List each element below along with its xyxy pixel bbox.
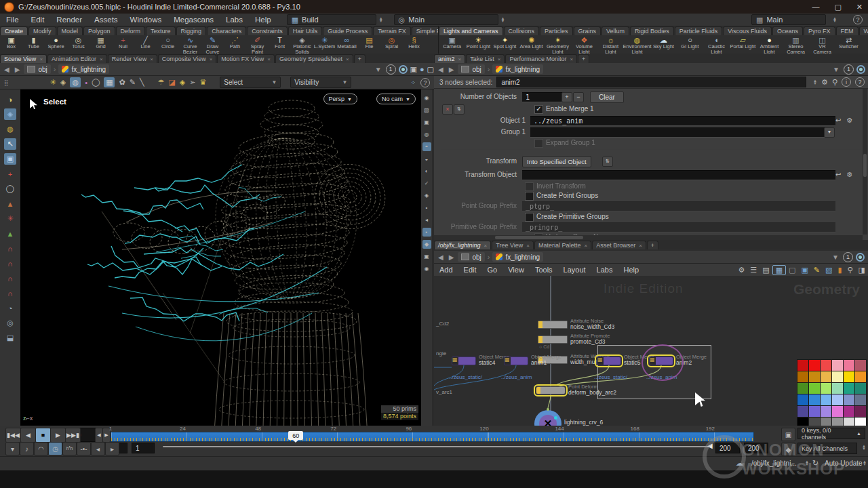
tool-spray-paint[interactable]: ✐Spray Paint xyxy=(246,35,269,54)
net-menu-add[interactable]: Add xyxy=(434,266,458,274)
menu-assets[interactable]: Assets xyxy=(88,16,124,24)
menu-megascans[interactable]: Megascans xyxy=(167,16,220,24)
transform-spinner-icon[interactable]: ⇅ xyxy=(602,157,613,167)
pane-tab-animation-editor[interactable]: Animation Editor× xyxy=(47,54,107,63)
color-palette[interactable] xyxy=(797,359,867,426)
snap-prim-icon[interactable]: ∩ xyxy=(4,272,16,284)
shelf-tab-viscous-fluids[interactable]: Viscous Fluids xyxy=(723,26,772,35)
timeline-options-icon[interactable]: ▾ xyxy=(5,442,20,455)
crown-icon[interactable]: ♛ xyxy=(199,78,206,87)
viewport-right-icon-13[interactable]: ▣ xyxy=(422,252,431,261)
param-count-badge[interactable]: 1 xyxy=(844,64,854,75)
shelf-tab-modify[interactable]: Modify xyxy=(28,26,56,35)
tool-switcher[interactable]: ⇄Switcher xyxy=(835,35,862,49)
key-all-channels-button[interactable]: Key All Channels xyxy=(797,443,857,454)
menu-windows[interactable]: Windows xyxy=(124,16,168,24)
visibility-combo[interactable]: Visibility▼ xyxy=(290,77,351,88)
palette-color-10[interactable] xyxy=(844,371,854,382)
selected-node-field[interactable]: anim2 xyxy=(496,77,806,87)
list-mode-icon[interactable]: ▤ xyxy=(760,266,772,274)
prev-key-icon[interactable]: ◂ xyxy=(91,442,105,455)
auto-update-spinner[interactable]: ▲▼ xyxy=(863,460,867,466)
palette-color-35[interactable] xyxy=(855,418,866,426)
transform-combo[interactable]: Into Specified Object xyxy=(522,156,591,167)
shelf-tab-characters[interactable]: Characters xyxy=(207,26,246,35)
tool-caustic-light[interactable]: ◖Caustic Light xyxy=(703,35,730,54)
tool-null[interactable]: +Null xyxy=(112,35,134,49)
desktop-selector[interactable]: ▦Build xyxy=(287,14,376,25)
tool-spot-light[interactable]: ✦Spot Light xyxy=(492,35,518,49)
radial-menu-icon[interactable]: ⁘ xyxy=(410,79,416,86)
palette-color-22[interactable] xyxy=(844,394,854,405)
auto-update-combo[interactable]: Auto Update xyxy=(825,460,863,467)
snapshot-icon[interactable]: ▣ xyxy=(410,65,417,74)
viewport-right-icon-7[interactable]: ✓ xyxy=(422,179,431,188)
tool-line[interactable]: ╱Line xyxy=(134,35,157,49)
viewport-right-icon-1[interactable]: ▧ xyxy=(422,106,431,115)
viewport-right-icon-2[interactable]: ▣ xyxy=(422,118,431,127)
close-tab-icon[interactable]: × xyxy=(150,56,153,62)
tool-font[interactable]: TFont xyxy=(269,35,291,49)
close-tab-icon[interactable]: × xyxy=(100,56,103,62)
shelf-tab-terrain-fx[interactable]: Terrain FX xyxy=(373,26,411,35)
palette-color-26[interactable] xyxy=(821,406,831,417)
tool-circle[interactable]: ○Circle xyxy=(157,35,179,49)
close-button[interactable]: ✕ xyxy=(856,3,863,12)
palette-color-6[interactable] xyxy=(797,371,808,382)
close-tab-icon[interactable]: × xyxy=(39,56,43,62)
net-tab-tree-view[interactable]: Tree View× xyxy=(492,241,534,249)
display-options-icon[interactable]: ◑ xyxy=(4,94,16,105)
param-link-radio-icon[interactable] xyxy=(856,65,865,74)
shelf-tab-constraints[interactable]: Constraints xyxy=(247,26,288,35)
shelf-tab-wires[interactable]: Wires xyxy=(859,26,868,35)
palette-color-33[interactable] xyxy=(832,418,843,426)
brush-icon[interactable]: ✎ xyxy=(130,78,136,87)
camera-select-pill[interactable]: No cam▼ xyxy=(376,94,416,104)
viewport-right-icon-14[interactable]: ◉ xyxy=(422,264,431,273)
palette-color-29[interactable] xyxy=(855,406,866,417)
pin-count-badge[interactable]: 1 xyxy=(386,64,396,75)
transform-select-op-icon[interactable]: ↩ xyxy=(835,171,841,178)
tool-torus[interactable]: ◎Torus xyxy=(67,35,90,49)
param-breadcrumb-obj[interactable]: obj xyxy=(458,64,484,74)
tool-environment-light[interactable]: ◍Environment Light xyxy=(624,35,650,54)
menu-file[interactable]: File xyxy=(0,16,25,24)
help-icon[interactable]: ? xyxy=(853,15,863,24)
menu-render[interactable]: Render xyxy=(50,16,88,24)
net-menu-tools[interactable]: Tools xyxy=(530,266,558,274)
palette-color-21[interactable] xyxy=(832,394,843,405)
tool-stereo-camera[interactable]: ▥Stereo Camera xyxy=(783,35,809,54)
point-group-prefix-field[interactable]: _ptgrp_ xyxy=(522,201,835,211)
palette-color-19[interactable] xyxy=(809,394,820,405)
net-breadcrumb-node[interactable]: fx_lightning xyxy=(492,252,543,262)
viewport-right-icon-11[interactable]: ▪ xyxy=(422,228,431,237)
palette-color-17[interactable] xyxy=(855,383,866,394)
param-help-icon[interactable]: ? xyxy=(855,77,865,87)
tool-point-light[interactable]: ☀Point Light xyxy=(465,35,492,49)
net-link-radio-icon[interactable] xyxy=(856,253,865,262)
menu-edit[interactable]: Edit xyxy=(25,16,51,24)
close-tab-icon[interactable]: × xyxy=(584,243,587,249)
param-tab-performance-monitor[interactable]: Performance Monitor× xyxy=(505,54,577,63)
shelf-tab-simple-fx[interactable]: Simple FX xyxy=(412,26,438,35)
create-point-groups-checkbox[interactable] xyxy=(525,192,534,201)
scale-handle-icon[interactable]: ▲ xyxy=(4,198,16,209)
palette-color-20[interactable] xyxy=(821,394,831,405)
viewport-right-icon-5[interactable]: ◒ xyxy=(422,155,431,163)
node-body[interactable] xyxy=(538,336,568,344)
palette-color-25[interactable] xyxy=(809,406,820,417)
menu-help[interactable]: Help xyxy=(249,16,277,24)
key-all-spinner[interactable]: ▲▼ xyxy=(862,445,866,450)
info-icon[interactable]: i xyxy=(842,77,851,87)
viewport-right-icon-8[interactable]: ◈ xyxy=(422,191,431,200)
pane-tab-add-button[interactable]: + xyxy=(354,54,366,63)
param-tab-take-list[interactable]: Take List× xyxy=(466,54,505,63)
tool-gi-light[interactable]: ○GI Light xyxy=(677,35,703,49)
keyframe-icon[interactable]: ◆ xyxy=(781,443,795,456)
shelf-tab-fem[interactable]: FEM xyxy=(836,26,859,35)
network-node-promote_Cd3[interactable]: Attribute Promotepromote_Cd3○ Cd xyxy=(538,336,568,344)
close-tab-icon[interactable]: × xyxy=(210,56,213,62)
globe-icon[interactable]: ☁ xyxy=(736,459,743,468)
net-path-dropdown-icon[interactable]: ▼ xyxy=(831,253,840,261)
palette-color-0[interactable] xyxy=(797,360,808,371)
